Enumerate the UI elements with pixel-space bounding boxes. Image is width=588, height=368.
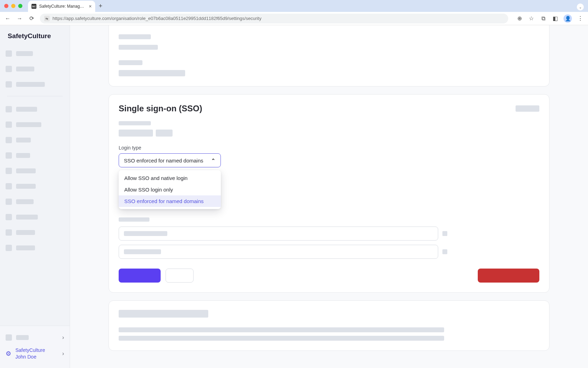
domain-input[interactable] bbox=[119, 227, 438, 241]
back-button[interactable]: ← bbox=[4, 15, 11, 22]
placeholder-label bbox=[16, 245, 35, 250]
user-name: John Doe bbox=[15, 354, 45, 360]
sidebar-item[interactable] bbox=[6, 241, 64, 255]
save-button[interactable] bbox=[119, 269, 161, 283]
close-window-icon[interactable] bbox=[4, 4, 8, 8]
maximize-window-icon[interactable] bbox=[18, 4, 22, 8]
sidebar-nav bbox=[0, 44, 70, 326]
sidebar-item[interactable] bbox=[6, 226, 64, 239]
sidebar-divider bbox=[7, 96, 63, 96]
sidebar-footer-item[interactable]: › bbox=[6, 329, 64, 346]
login-type-select[interactable]: SSO enforced for named domains ⌄ bbox=[119, 153, 221, 167]
placeholder-label bbox=[16, 51, 33, 56]
sidebar-item[interactable] bbox=[6, 133, 64, 147]
placeholder-icon bbox=[6, 199, 12, 205]
chevron-up-icon: ⌄ bbox=[211, 157, 216, 164]
sidebar-item[interactable] bbox=[6, 180, 64, 193]
placeholder-label bbox=[16, 230, 35, 235]
login-type-label: Login type bbox=[119, 145, 539, 151]
extensions-icon[interactable]: ⧉ bbox=[540, 15, 547, 22]
gear-icon: ⚙ bbox=[6, 350, 11, 357]
dropdown-option-sso-enforced[interactable]: SSO enforced for named domains bbox=[119, 195, 221, 207]
sidebar-item[interactable] bbox=[6, 195, 64, 208]
sidebar-item[interactable] bbox=[6, 210, 64, 224]
placeholder bbox=[119, 34, 151, 39]
settings-card-placeholder-bottom bbox=[108, 300, 550, 351]
site-settings-icon[interactable]: ⇆ bbox=[44, 16, 50, 21]
placeholder-label bbox=[16, 168, 36, 173]
placeholder bbox=[156, 130, 173, 137]
dropdown-option-allow-sso-native[interactable]: Allow SSO and native login bbox=[119, 172, 221, 184]
address-bar[interactable]: ⇆ https://app.safetyculture.com/organisa… bbox=[40, 14, 508, 23]
card-title: Single sign-on (SSO) bbox=[119, 104, 202, 113]
favicon-icon: SC bbox=[31, 4, 36, 9]
placeholder bbox=[119, 70, 185, 76]
profile-avatar[interactable]: 👤 bbox=[564, 14, 572, 23]
placeholder bbox=[119, 327, 444, 332]
browser-chrome: SC SafetyCulture: Manage Teams and... × … bbox=[0, 0, 588, 25]
placeholder-icon bbox=[6, 183, 12, 189]
bookmark-icon[interactable]: ☆ bbox=[528, 15, 535, 22]
close-tab-icon[interactable]: × bbox=[89, 4, 92, 9]
placeholder-label bbox=[16, 82, 45, 87]
sso-settings-card: Single sign-on (SSO) Login type SSO enfo… bbox=[108, 94, 550, 293]
forward-button[interactable]: → bbox=[16, 15, 23, 22]
placeholder bbox=[119, 45, 158, 50]
app-root: SafetyCulture › ⚙ bbox=[0, 25, 588, 368]
sidebar-brand: SafetyCulture bbox=[0, 25, 70, 44]
sidebar: SafetyCulture › ⚙ bbox=[0, 25, 70, 368]
placeholder-icon bbox=[6, 334, 12, 341]
org-user-block: SafetyCulture John Doe bbox=[15, 347, 45, 360]
placeholder bbox=[119, 336, 444, 341]
placeholder-icon bbox=[6, 81, 12, 88]
chevron-down-icon: ⌄ bbox=[579, 5, 582, 9]
placeholder bbox=[124, 231, 167, 236]
remove-row-button-placeholder[interactable] bbox=[442, 249, 447, 254]
kebab-menu-icon[interactable]: ⋮ bbox=[577, 15, 584, 22]
tab-bar: SC SafetyCulture: Manage Teams and... × … bbox=[0, 0, 588, 12]
placeholder-label bbox=[16, 67, 34, 71]
placeholder bbox=[119, 217, 149, 222]
remove-row-button-placeholder[interactable] bbox=[442, 231, 447, 236]
delete-button[interactable] bbox=[478, 269, 539, 283]
placeholder-icon bbox=[6, 168, 12, 174]
placeholder-icon bbox=[6, 50, 12, 57]
cancel-button[interactable] bbox=[166, 269, 194, 283]
sidepanel-icon[interactable]: ◧ bbox=[552, 15, 559, 22]
minimize-window-icon[interactable] bbox=[11, 4, 15, 8]
domain-input-row bbox=[119, 227, 539, 241]
placeholder-label bbox=[16, 107, 37, 112]
domain-input-row bbox=[119, 245, 539, 259]
placeholder-label bbox=[16, 199, 34, 204]
placeholder-label bbox=[16, 215, 38, 220]
sidebar-item[interactable] bbox=[6, 47, 64, 60]
dropdown-option-allow-sso-only[interactable]: Allow SSO login only bbox=[119, 184, 221, 195]
tab-overflow-button[interactable]: ⌄ bbox=[577, 4, 584, 11]
placeholder-icon bbox=[6, 121, 12, 128]
placeholder bbox=[119, 310, 208, 318]
sidebar-item[interactable] bbox=[6, 118, 64, 131]
placeholder bbox=[119, 60, 142, 65]
sidebar-item[interactable] bbox=[6, 78, 64, 91]
zoom-icon[interactable]: ⊕ bbox=[516, 15, 523, 22]
new-tab-button[interactable]: + bbox=[99, 2, 103, 10]
placeholder-icon bbox=[6, 137, 12, 143]
sidebar-footer: › ⚙ SafetyCulture John Doe › bbox=[0, 326, 70, 368]
placeholder-label bbox=[16, 153, 30, 158]
sidebar-item[interactable] bbox=[6, 149, 64, 162]
placeholder-label bbox=[16, 335, 29, 340]
org-switcher[interactable]: ⚙ SafetyCulture John Doe › bbox=[6, 346, 64, 362]
sidebar-item[interactable] bbox=[6, 103, 64, 116]
select-value: SSO enforced for named domains bbox=[124, 158, 203, 164]
tab-title: SafetyCulture: Manage Teams and... bbox=[39, 4, 86, 9]
placeholder-icon bbox=[6, 106, 12, 112]
card-actions bbox=[119, 269, 539, 283]
sidebar-item[interactable] bbox=[6, 164, 64, 178]
reload-button[interactable]: ⟳ bbox=[28, 15, 35, 22]
browser-tab-active[interactable]: SC SafetyCulture: Manage Teams and... × bbox=[28, 1, 95, 12]
sidebar-item[interactable] bbox=[6, 62, 64, 76]
domain-input[interactable] bbox=[119, 245, 438, 259]
placeholder-icon bbox=[6, 245, 12, 251]
chevron-right-icon: › bbox=[62, 334, 64, 341]
window-controls[interactable] bbox=[4, 4, 22, 8]
